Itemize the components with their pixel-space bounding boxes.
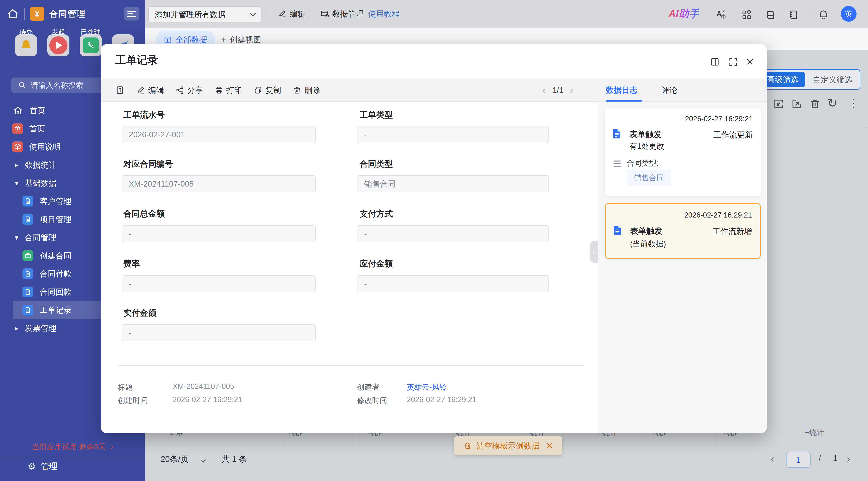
tab-comments[interactable]: 评论 xyxy=(661,78,677,101)
meta-modified-value: 2026-02-27 16:29:21 xyxy=(407,395,476,404)
page-separator: / xyxy=(819,454,821,463)
printer-icon xyxy=(214,86,223,95)
refresh-icon[interactable]: ↻ xyxy=(827,97,838,109)
prev-record-icon[interactable]: ‹ xyxy=(543,85,546,95)
table-icon xyxy=(164,35,172,44)
modal-edit-button[interactable]: 编辑 xyxy=(136,85,164,96)
bank-icon xyxy=(12,123,23,134)
screen: ¥ 合同管理 添加并管理所有数据 编辑 数据管理 使用教程 xyxy=(0,0,868,481)
meta-created-value: 2026-02-27 16:29:21 xyxy=(173,395,242,404)
box-icon xyxy=(12,141,23,152)
close-icon[interactable]: × xyxy=(746,55,753,69)
copy-button[interactable]: 复制 xyxy=(253,85,281,96)
page-size-select[interactable]: 20条/页 xyxy=(161,454,189,464)
fullscreen-icon[interactable] xyxy=(728,57,738,67)
chevron-right-icon: › xyxy=(592,247,595,257)
plus-icon: + xyxy=(221,34,226,45)
divider xyxy=(0,456,145,456)
field-value[interactable]: - xyxy=(357,275,549,292)
shortcut-processed-label: 已处理 xyxy=(80,28,102,37)
caret-down-icon: ▾ xyxy=(12,233,21,242)
field-label: 费率 xyxy=(123,258,140,269)
record-pager: ‹ 1/1 › xyxy=(543,78,573,102)
scope-select-value: 添加并管理所有数据 xyxy=(155,9,226,20)
home-icon[interactable] xyxy=(7,8,19,20)
import-icon[interactable] xyxy=(773,98,784,110)
admin-button[interactable]: ⚙ 管理 xyxy=(28,461,57,472)
record-pager-value: 1/1 xyxy=(552,86,563,95)
clear-template-toast[interactable]: 清空模板示例数据 ✕ xyxy=(454,436,562,455)
delete-rows-icon[interactable] xyxy=(809,98,820,110)
search-placeholder: 请输入名称搜索 xyxy=(31,80,83,90)
tutorial-link[interactable]: 使用教程 xyxy=(368,0,400,28)
field-value[interactable]: - xyxy=(122,225,316,242)
menu-toggle-icon[interactable] xyxy=(124,7,139,21)
active-tab-underline xyxy=(606,100,642,102)
notebook-icon[interactable] xyxy=(788,9,799,20)
log-action: 工作流更新 xyxy=(713,129,753,140)
trial-notice[interactable]: 当前应用试用 剩余0天 › xyxy=(0,442,145,452)
tab-data-log[interactable]: 数据日志 xyxy=(606,78,638,101)
document-icon xyxy=(23,214,33,225)
shortcut-initiate[interactable] xyxy=(48,34,69,56)
notifications-bell-icon[interactable] xyxy=(818,9,829,20)
pencil-icon xyxy=(278,9,287,18)
briefcase-icon xyxy=(23,250,33,261)
collapse-panel-handle[interactable]: › xyxy=(590,241,598,263)
prev-page-icon[interactable]: ‹ xyxy=(771,453,774,464)
pencil-icon xyxy=(136,86,145,95)
export-icon[interactable] xyxy=(791,98,803,110)
field-value[interactable]: - xyxy=(122,275,316,292)
apps-grid-icon[interactable] xyxy=(741,9,752,20)
page-input[interactable]: 1 xyxy=(786,452,811,468)
log-time: 2026-02-27 16:29:21 xyxy=(685,115,753,123)
ai-assistant-button[interactable]: AI助手 xyxy=(669,0,699,28)
side-panel-icon[interactable] xyxy=(710,57,720,67)
shortcut-processed[interactable]: ✎ xyxy=(80,34,102,56)
close-toast-icon[interactable]: ✕ xyxy=(546,441,553,451)
svg-text:中: 中 xyxy=(721,14,726,20)
filter-custom-button[interactable]: 自定义筛选 xyxy=(807,72,858,87)
data-manage-button[interactable]: 数据管理 xyxy=(320,0,364,28)
shortcut-todo[interactable] xyxy=(15,34,37,56)
modal-title: 工单记录 xyxy=(115,53,158,67)
log-time: 2026-02-27 16:29:21 xyxy=(684,211,752,219)
summary-stat[interactable]: +统计 xyxy=(805,427,824,438)
chevron-down-icon[interactable] xyxy=(200,457,206,463)
field-value[interactable]: - xyxy=(357,126,549,143)
user-avatar[interactable]: 英 xyxy=(841,6,857,22)
meta-title-value: XM-20241107-005 xyxy=(173,382,234,391)
field-label: 工单流水号 xyxy=(123,109,165,120)
home-outline-icon xyxy=(12,105,23,116)
share-button[interactable]: 分享 xyxy=(175,85,203,96)
field-value[interactable]: 销售合同 xyxy=(357,175,549,192)
print-button[interactable]: 打印 xyxy=(214,85,242,96)
table-border xyxy=(767,127,868,127)
field-label: 合同总金额 xyxy=(123,208,165,219)
edit-button[interactable]: 编辑 xyxy=(278,0,305,28)
log-field-chip: 销售合同 xyxy=(627,170,671,186)
field-display-icon xyxy=(115,86,125,95)
field-value[interactable]: - xyxy=(122,324,316,341)
caret-right-icon: ▸ xyxy=(12,324,21,332)
field-value[interactable]: XM-20241107-005 xyxy=(122,175,316,192)
log-entry-highlighted[interactable]: 2026-02-27 16:29:21 表单触发 工作流新增 (当前数据) xyxy=(605,203,761,259)
filter-advanced-button[interactable]: 高级筛选 xyxy=(760,72,805,87)
page-total: 1 xyxy=(833,454,837,463)
handbook-icon[interactable] xyxy=(765,9,776,20)
more-icon[interactable]: ⋮ xyxy=(847,97,859,109)
next-record-icon[interactable]: › xyxy=(570,85,573,95)
delete-button[interactable]: 删除 xyxy=(292,85,320,96)
scope-select[interactable]: 添加并管理所有数据 xyxy=(148,6,261,23)
caret-right-icon: ▸ xyxy=(12,161,21,169)
divider xyxy=(270,9,270,21)
next-page-icon[interactable]: › xyxy=(847,453,850,464)
field-display-button[interactable] xyxy=(115,86,125,95)
translate-icon[interactable]: A中 xyxy=(716,9,727,20)
chevron-down-icon xyxy=(250,10,256,17)
meta-created-label: 创建时间 xyxy=(118,395,148,406)
meta-creator-link[interactable]: 英雄云-风铃 xyxy=(407,382,447,392)
field-value[interactable]: 2026-02-27-001 xyxy=(122,126,316,143)
log-entry[interactable]: 2026-02-27 16:29:21 表单触发 工作流更新 有1处更改 合同类… xyxy=(605,108,761,196)
field-value[interactable]: - xyxy=(357,225,549,242)
